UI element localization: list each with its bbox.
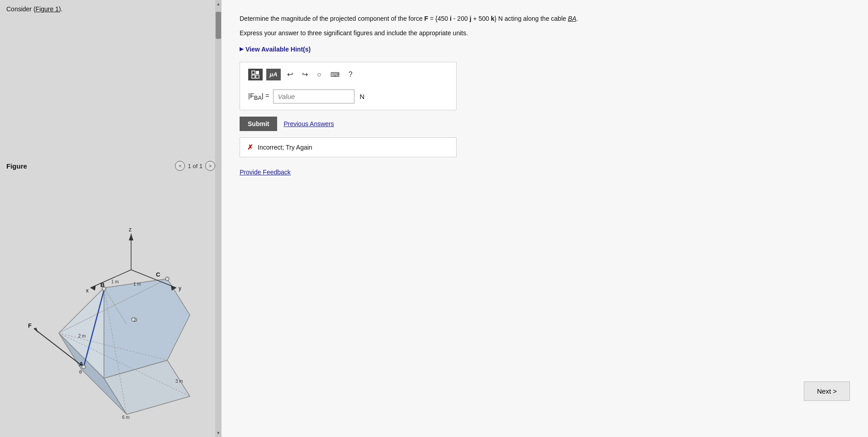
svg-text:6 m: 6 m (122, 415, 130, 420)
input-row: |FBA| = N (248, 89, 448, 103)
matrix-btn[interactable] (248, 69, 263, 80)
answer-box: μA ↩ ↪ ○ ⌨ ? |FBA| = N (240, 62, 457, 110)
svg-marker-20 (90, 285, 96, 291)
submit-row: Submit Previous Answers (240, 117, 850, 131)
scroll-down-arrow[interactable]: ▼ (216, 430, 221, 436)
svg-point-37 (132, 318, 135, 321)
svg-text:1 m: 1 m (111, 279, 119, 284)
submit-btn[interactable]: Submit (240, 117, 277, 131)
svg-marker-14 (34, 328, 38, 333)
nav-controls: < 1 of 1 > (175, 161, 215, 171)
svg-text:F: F (28, 322, 32, 329)
redo-btn[interactable]: ↪ (299, 69, 311, 80)
svg-rect-42 (256, 75, 259, 78)
svg-text:3 m: 3 m (175, 379, 183, 384)
svg-marker-3 (104, 279, 190, 378)
error-icon: ✗ (247, 143, 253, 151)
svg-point-36 (82, 365, 85, 369)
reset-btn[interactable]: ○ (314, 70, 324, 80)
scrollbar[interactable]: ▲ ▼ (215, 0, 222, 437)
scroll-up-arrow[interactable]: ▲ (216, 1, 221, 7)
figure-label: Figure (6, 162, 27, 170)
figure-link[interactable]: Figure 1 (36, 5, 59, 13)
left-panel: Consider (Figure 1). Figure < 1 of 1 > (0, 0, 222, 437)
figure-svg: B C D A F z y x 1 m 1 m 2 m 3 m 6 m θ (0, 188, 222, 437)
help-btn[interactable]: ? (346, 70, 355, 80)
figure-label-row: Figure < 1 of 1 > (6, 161, 215, 171)
svg-text:θ: θ (79, 369, 82, 375)
consider-text: Consider (Figure 1). (6, 5, 215, 13)
toolbar-row: μA ↩ ↪ ○ ⌨ ? (248, 69, 448, 84)
svg-text:x: x (86, 287, 89, 294)
next-btn[interactable]: Next > (804, 381, 850, 401)
incorrect-box: ✗ Incorrect; Try Again (240, 137, 457, 157)
nav-next-btn[interactable]: > (205, 161, 215, 171)
svg-text:1 m: 1 m (133, 282, 141, 287)
prev-answers-link[interactable]: Previous Answers (283, 120, 334, 127)
svg-rect-39 (252, 71, 255, 74)
nav-prev-btn[interactable]: < (175, 161, 185, 171)
svg-marker-16 (129, 234, 133, 240)
feedback-link[interactable]: Provide Feedback (240, 169, 291, 176)
svg-point-35 (102, 287, 106, 291)
svg-rect-40 (256, 71, 259, 74)
svg-text:y: y (179, 285, 181, 291)
nav-label: 1 of 1 (188, 163, 203, 169)
incorrect-text: Incorrect; Try Again (258, 144, 312, 151)
svg-point-38 (165, 277, 169, 281)
figure-canvas: B C D A F z y x 1 m 1 m 2 m 3 m 6 m θ (0, 188, 222, 437)
svg-rect-41 (252, 75, 255, 78)
svg-text:z: z (129, 226, 132, 233)
keyboard-btn[interactable]: ⌨ (328, 70, 342, 79)
greek-btn[interactable]: μA (266, 69, 281, 80)
problem-text-line1: Determine the magnitude of the projected… (240, 14, 646, 23)
express-text: Express your answer to three significant… (240, 28, 646, 38)
svg-text:2 m: 2 m (78, 334, 86, 338)
right-panel: Determine the magnitude of the projected… (222, 0, 868, 437)
hint-link[interactable]: View Available Hint(s) (240, 46, 850, 53)
scroll-thumb[interactable] (216, 12, 221, 39)
svg-text:C: C (156, 271, 160, 278)
undo-btn[interactable]: ↩ (284, 69, 296, 80)
input-label: |FBA| = (248, 92, 269, 101)
unit-display: N (360, 93, 365, 100)
value-input[interactable] (273, 89, 354, 103)
